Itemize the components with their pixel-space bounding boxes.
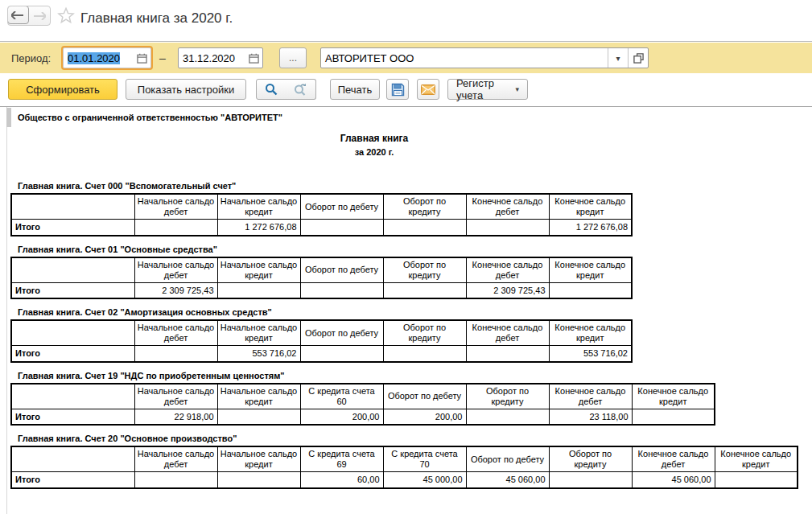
star-icon <box>57 6 75 24</box>
gl-total-value <box>217 409 300 425</box>
gl-col-header: Конечное сальдо дебет <box>466 320 549 346</box>
gl-col-header: Конечное сальдо дебет <box>466 257 549 283</box>
back-button[interactable] <box>7 6 29 24</box>
organization-select[interactable]: АВТОРИТЕТ ООО ▾ <box>320 47 649 68</box>
search-next-button[interactable] <box>286 79 316 100</box>
gl-section-title: Главная книга. Счет 000 "Вспомогательный… <box>10 181 802 191</box>
gl-col-header: Оборот по кредиту <box>549 446 632 472</box>
gl-table: Начальное сальдо дебетНачальное сальдо к… <box>10 383 715 426</box>
gl-col-header: Конечное сальдо кредит <box>549 194 632 220</box>
gl-section: Главная книга. Счет 19 "НДС по приобрете… <box>10 371 802 426</box>
gl-total-value: 22 918,00 <box>134 409 217 425</box>
gl-total-value <box>383 282 466 298</box>
gl-total-value <box>300 220 383 236</box>
chevron-down-icon: ▾ <box>515 85 519 93</box>
gl-total-value: 45 060,00 <box>466 472 549 488</box>
gl-col-header: Конечное сальдо дебет <box>466 194 549 220</box>
gl-total-value <box>383 220 466 236</box>
floppy-disk-icon <box>391 83 405 97</box>
gl-total-label: Итого <box>11 409 134 425</box>
register-menu-button[interactable]: Регистр учета ▾ <box>447 79 528 100</box>
gl-total-value <box>549 472 632 488</box>
open-window-icon[interactable] <box>628 48 648 68</box>
gl-col-header: Оборот по дебету <box>300 194 383 220</box>
chevron-down-icon[interactable]: ▾ <box>608 48 628 68</box>
gl-col-header: Начальное сальдо кредит <box>217 384 300 409</box>
gl-total-value <box>632 409 715 425</box>
gl-table: Начальное сальдо дебетНачальное сальдо к… <box>10 257 633 300</box>
gl-total-value: 2 309 725,43 <box>466 282 549 298</box>
gl-col-header: Оборот по кредиту <box>383 320 466 346</box>
gl-col-header: Начальное сальдо дебет <box>134 384 217 409</box>
gl-col-header: Начальное сальдо кредит <box>217 257 300 283</box>
gl-total-value <box>383 346 466 362</box>
gl-col-header: Оборот по дебету <box>466 446 549 472</box>
gl-total-row: Итого2 309 725,432 309 725,43 <box>11 282 632 298</box>
gl-col-header: Конечное сальдо кредит <box>632 384 715 409</box>
gl-col-header: Конечное сальдо кредит <box>549 257 632 283</box>
calendar-icon[interactable] <box>245 48 262 68</box>
date-to-value: 31.12.2020 <box>179 52 245 64</box>
gl-total-value <box>134 220 217 236</box>
gl-total-row: Итого553 716,02553 716,02 <box>11 346 632 362</box>
register-menu-label: Регистр учета <box>456 77 510 101</box>
gl-total-value: 60,00 <box>300 472 383 488</box>
gl-section-title: Главная книга. Счет 20 "Основное произво… <box>10 434 802 443</box>
gl-table: Начальное сальдо дебетНачальное сальдо к… <box>10 319 633 363</box>
report-viewer: Общество с ограниченной ответственностью… <box>0 107 812 514</box>
gl-col-header: Начальное сальдо кредит <box>217 446 300 472</box>
gl-col-header: Начальное сальдо дебет <box>134 320 217 346</box>
report-title-block: Главная книга за 2020 г. <box>18 133 731 157</box>
mail-button[interactable] <box>417 79 439 100</box>
organization-value: АВТОРИТЕТ ООО <box>321 52 608 64</box>
gl-total-value <box>466 409 549 425</box>
gl-total-value <box>217 472 300 488</box>
gl-total-value: 553 716,02 <box>549 346 632 362</box>
save-button[interactable] <box>386 79 409 100</box>
gl-col-header: С кредита счета 69 <box>300 446 383 472</box>
gl-total-value <box>300 346 383 362</box>
generate-button[interactable]: Сформировать <box>8 79 117 100</box>
gl-total-value <box>549 282 632 298</box>
period-more-button[interactable]: ... <box>279 47 307 68</box>
gl-total-row: Итого22 918,00200,00200,0023 118,00 <box>11 409 715 425</box>
gl-col-header: Оборот по дебету <box>300 257 383 283</box>
gl-total-value <box>466 220 549 236</box>
gl-section-title: Главная книга. Счет 01 "Основные средств… <box>10 245 802 254</box>
gl-total-value <box>300 282 383 298</box>
title-bar: Главная книга за 2020 г. <box>0 0 812 42</box>
gl-col-header: Конечное сальдо дебет <box>549 384 632 409</box>
show-settings-button[interactable]: Показать настройки <box>126 79 246 100</box>
gl-total-value: 23 118,00 <box>549 409 632 425</box>
page-title: Главная книга за 2020 г. <box>80 10 233 27</box>
back-arrow-icon <box>11 11 24 19</box>
gl-col-header: Начальное сальдо дебет <box>134 257 217 283</box>
report-left-edge <box>6 107 7 514</box>
gl-total-label: Итого <box>11 282 134 298</box>
gl-col-header: Конечное сальдо дебет <box>632 446 715 472</box>
print-button[interactable]: Печать <box>330 79 380 100</box>
favorite-button[interactable] <box>57 6 75 27</box>
gl-total-value: 1 272 676,08 <box>217 220 300 236</box>
gl-col-header: Оборот по кредиту <box>466 384 549 409</box>
gl-total-label: Итого <box>11 220 134 236</box>
gl-col-header: Начальное сальдо кредит <box>217 320 300 346</box>
calendar-icon[interactable] <box>133 48 150 68</box>
forward-button[interactable] <box>29 6 50 25</box>
action-toolbar: Сформировать Показать настройки Печать Р… <box>0 73 812 107</box>
magnifier-icon <box>265 83 278 96</box>
date-from-input[interactable]: 01.01.2020 <box>63 47 151 68</box>
search-button[interactable] <box>256 79 286 100</box>
gl-col-header: Начальное сальдо кредит <box>217 194 300 220</box>
gl-row-label-header <box>11 384 134 409</box>
report-title: Главная книга <box>18 133 731 144</box>
gl-total-value <box>217 282 300 298</box>
gl-col-header: С кредита счета 70 <box>383 446 466 472</box>
gl-total-label: Итого <box>11 472 134 488</box>
gl-section-title: Главная книга. Счет 19 "НДС по приобрете… <box>10 371 802 380</box>
period-label: Период: <box>11 52 51 64</box>
gl-total-value: 45 000,00 <box>383 472 466 488</box>
gl-col-header: Оборот по кредиту <box>383 194 466 220</box>
date-to-input[interactable]: 31.12.2020 <box>178 47 263 68</box>
gl-section: Главная книга. Счет 20 "Основное произво… <box>10 434 802 489</box>
